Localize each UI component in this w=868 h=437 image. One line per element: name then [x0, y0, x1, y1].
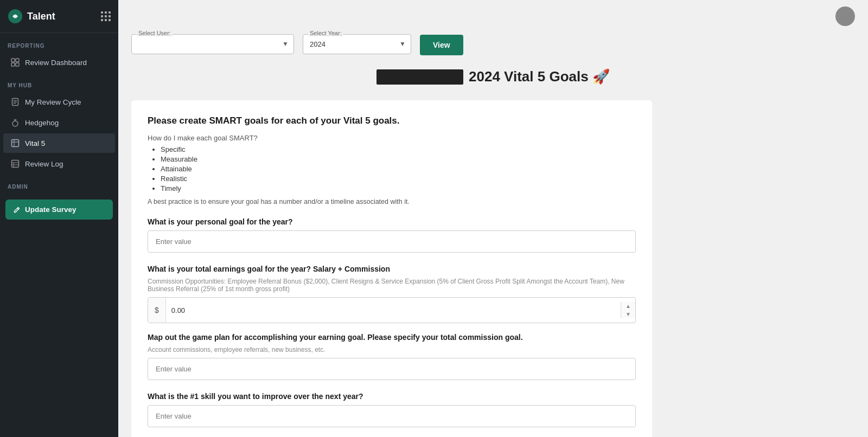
user-name-redacted	[376, 69, 463, 85]
sidebar-section-my-hub: MY HUB	[0, 73, 118, 92]
q3-section: Map out the game plan for accomplishing …	[148, 333, 636, 390]
smart-item-attainable: Attainable	[161, 165, 636, 173]
sidebar-item-hedgehog-label: Hedgehog	[25, 119, 59, 127]
q1-label: What is your personal goal for the year?	[148, 217, 636, 226]
q2-sublabel: Commission Opportunities: Employee Refer…	[148, 278, 636, 293]
smart-list: Specific Measurable Attainable Realistic…	[161, 145, 636, 192]
controls-row: Select User: ▼ Select Year: 2024 2023 20…	[131, 33, 855, 55]
sidebar-item-hedgehog[interactable]: Hedgehog	[3, 113, 115, 132]
svg-line-20	[17, 208, 18, 209]
main-content: Select User: ▼ Select Year: 2024 2023 20…	[118, 0, 868, 437]
select-user-wrapper: Select User: ▼	[131, 34, 294, 54]
svg-rect-2	[16, 59, 19, 62]
svg-rect-16	[12, 160, 19, 168]
page-title-area: 2024 Vital 5 Goals 🚀	[131, 68, 855, 85]
update-survey-button[interactable]: Update Survey	[5, 200, 113, 220]
q3-input[interactable]	[148, 358, 636, 380]
hedgehog-icon	[11, 118, 20, 127]
svg-point-21	[843, 12, 847, 16]
svg-rect-4	[16, 63, 19, 66]
q4-label: What is the #1 skill you want to improve…	[148, 392, 636, 401]
spinner-up-button[interactable]: ▲	[621, 302, 635, 310]
smart-heading: Please create SMART goals for each of yo…	[148, 115, 636, 126]
talent-logo-icon	[8, 9, 23, 24]
sidebar-section-reporting: REPORTING	[0, 33, 118, 52]
sidebar-header: Talent	[0, 0, 118, 33]
select-user-label: Select User:	[137, 30, 173, 36]
table-icon	[11, 58, 20, 67]
document-icon	[11, 98, 20, 106]
currency-symbol: $	[148, 298, 166, 323]
review-log-icon	[11, 159, 20, 168]
svg-point-9	[12, 121, 18, 126]
pencil-icon	[13, 206, 21, 214]
svg-rect-3	[11, 63, 15, 66]
number-spinners: ▲ ▼	[621, 302, 635, 318]
q4-section: What is the #1 skill you want to improve…	[148, 392, 636, 437]
sidebar-item-review-dashboard-label: Review Dashboard	[25, 59, 87, 67]
vital5-icon	[11, 139, 20, 147]
q2-section: What is your total earnings goal for the…	[148, 265, 636, 323]
sidebar-section-admin: ADMIN	[0, 174, 118, 193]
app-logo-text: Talent	[27, 11, 55, 22]
smart-tip: A best practice is to ensure your goal h…	[148, 198, 636, 205]
sidebar-item-review-log[interactable]: Review Log	[3, 154, 115, 173]
select-year-label: Select Year:	[308, 30, 343, 36]
page-content: Select User: ▼ Select Year: 2024 2023 20…	[118, 33, 868, 437]
select-user-dropdown[interactable]	[131, 34, 294, 54]
select-year-wrapper: Select Year: 2024 2023 2022 2025 ▼	[303, 34, 411, 54]
smart-question: How do I make each goal SMART?	[148, 134, 636, 142]
q1-input[interactable]	[148, 230, 636, 253]
spinner-down-button[interactable]: ▼	[621, 310, 635, 318]
sidebar-item-my-review-cycle-label: My Review Cycle	[25, 98, 81, 106]
q2-number-wrapper: $ ▲ ▼	[148, 297, 636, 323]
smart-item-timely: Timely	[161, 184, 636, 192]
q3-sublabel: Account commissions, employee referrals,…	[148, 346, 636, 354]
grid-menu-icon[interactable]	[101, 11, 111, 21]
sidebar-item-review-dashboard[interactable]: Review Dashboard	[3, 53, 115, 72]
q3-label: Map out the game plan for accomplishing …	[148, 333, 636, 342]
q1-section: What is your personal goal for the year?	[148, 217, 636, 262]
smart-item-specific: Specific	[161, 145, 636, 153]
q2-label: What is your total earnings goal for the…	[148, 265, 636, 273]
svg-rect-1	[11, 59, 15, 62]
smart-item-measurable: Measurable	[161, 155, 636, 163]
q4-input[interactable]	[148, 405, 636, 427]
avatar-person-icon	[839, 10, 852, 23]
sidebar-item-my-review-cycle[interactable]: My Review Cycle	[3, 92, 115, 112]
sidebar: Talent REPORTING Review Dashboard MY HUB…	[0, 0, 118, 437]
page-title-text: 2024 Vital 5 Goals 🚀	[469, 68, 610, 85]
update-survey-label: Update Survey	[25, 205, 76, 214]
sidebar-item-vital-5-label: Vital 5	[25, 139, 45, 147]
smart-item-realistic: Realistic	[161, 175, 636, 183]
form-card: Please create SMART goals for each of yo…	[131, 100, 652, 437]
q2-number-input[interactable]	[166, 300, 621, 321]
select-year-dropdown[interactable]: 2024 2023 2022 2025	[303, 34, 411, 54]
topbar	[118, 0, 868, 33]
user-avatar[interactable]	[835, 7, 855, 26]
sidebar-item-review-log-label: Review Log	[25, 160, 63, 168]
logo-area: Talent	[8, 9, 55, 24]
sidebar-item-vital-5[interactable]: Vital 5	[3, 133, 115, 153]
view-button[interactable]: View	[420, 35, 463, 55]
svg-rect-13	[12, 140, 19, 147]
topbar-right	[835, 7, 855, 26]
